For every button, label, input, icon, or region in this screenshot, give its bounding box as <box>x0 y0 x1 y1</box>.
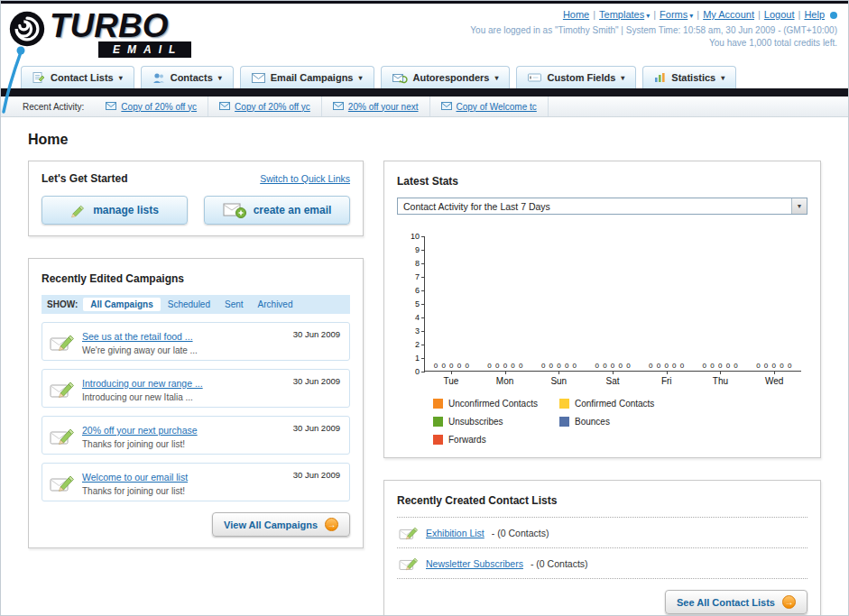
nav-tab-email-campaigns[interactable]: Email Campaigns▾ <box>240 66 374 88</box>
x-axis-label: Wed <box>747 372 801 386</box>
y-axis-tick <box>421 290 425 291</box>
recent-activity-item[interactable]: 20% off your next <box>322 97 430 116</box>
chevron-down-icon: ▾ <box>689 12 693 20</box>
top-link-my-account[interactable]: My Account <box>703 9 754 20</box>
contact-list-link[interactable]: Newsletter Subscribers <box>426 558 523 569</box>
view-all-campaigns-label: View All Campaigns <box>224 519 318 530</box>
legend-item: Confirmed Contacts <box>559 399 686 409</box>
nav-tab-label: Contact Lists <box>51 72 114 83</box>
show-label: SHOW: <box>47 299 78 309</box>
view-all-campaigns-button[interactable]: View All Campaigns → <box>212 512 350 537</box>
zero-labels-group: 0 0 0 0 0 <box>694 362 748 370</box>
recent-contact-lists-panel: Recently Created Contact Lists Exhibitio… <box>383 480 821 616</box>
page-title: Home <box>28 132 821 148</box>
contact-list-items: Exhibition List- (0 Contacts)Newsletter … <box>397 517 807 579</box>
main-content: Home Let's Get Started Switch to Quick L… <box>1 117 848 616</box>
campaign-title-link[interactable]: 20% off your next purchase <box>82 425 198 436</box>
zero-labels-group: 0 0 0 0 0 <box>532 362 586 370</box>
envelope-icon <box>219 102 230 112</box>
campaign-subtitle: Introducing our new Italia ... <box>82 392 342 402</box>
y-axis-tick <box>421 358 425 359</box>
y-axis-label: 4 <box>415 313 420 322</box>
top-link-logout[interactable]: Logout <box>764 9 795 20</box>
see-all-contact-lists-button[interactable]: See All Contact Lists → <box>665 590 807 614</box>
login-info: You are logged in as "Timothy Smith" | S… <box>470 25 837 35</box>
create-email-label: create an email <box>254 204 332 216</box>
y-axis-label: 1 <box>415 354 420 363</box>
x-axis-label: Thu <box>694 372 748 386</box>
top-link-templates[interactable]: Templates▾ <box>599 9 650 20</box>
envelope-pencil-icon <box>50 473 75 492</box>
filter-archived[interactable]: Archived <box>251 298 300 311</box>
y-axis-tick <box>421 317 425 318</box>
chart-legend: Unconfirmed ContactsConfirmed ContactsUn… <box>433 399 807 445</box>
nav-tab-label: Statistics <box>671 72 715 83</box>
campaign-row: 20% off your next purchaseThanks for joi… <box>42 416 350 455</box>
autoresponders-icon <box>392 72 408 84</box>
recent-campaigns-title: Recently Edited Campaigns <box>42 272 184 285</box>
chevron-down-icon: ▾ <box>721 74 724 82</box>
nav-tab-custom-fields[interactable]: Custom Fields▾ <box>516 66 636 88</box>
logo-subtext: EMAIL <box>98 41 191 58</box>
logo-text: TURBO <box>50 7 169 45</box>
contact-activity-chart: 012345678910 0 0 0 0 00 0 0 0 00 0 0 0 0… <box>406 236 807 445</box>
nav-tab-contacts[interactable]: Contacts▾ <box>141 66 234 88</box>
recent-campaigns-panel: Recently Edited Campaigns SHOW: All Camp… <box>28 258 364 548</box>
statistics-icon <box>654 72 666 83</box>
separator: | <box>758 9 761 20</box>
credits-info: You have 1,000 total credits left. <box>470 38 837 48</box>
top-link-home[interactable]: Home <box>563 9 589 20</box>
campaign-subtitle: Thanks for joining our list! <box>82 439 342 449</box>
y-axis-tick <box>421 250 425 251</box>
recent-activity-item[interactable]: Copy of Welcome tc <box>430 97 549 116</box>
right-column: Latest Stats Contact Activity for the La… <box>383 161 821 616</box>
campaign-title-link[interactable]: Welcome to our email list <box>82 472 188 483</box>
legend-label: Bounces <box>575 417 610 427</box>
recent-activity-bar: Recent Activity: Copy of 20% off ycCopy … <box>1 97 848 117</box>
switch-quick-links-link[interactable]: Switch to Quick Links <box>260 173 350 184</box>
y-axis-label: 10 <box>411 232 420 241</box>
nav-tab-label: Custom Fields <box>547 72 615 83</box>
y-axis-tick <box>421 331 425 332</box>
recent-activity-item-label: Copy of 20% off yc <box>121 102 197 112</box>
envelope-icon <box>106 102 116 112</box>
filter-sent[interactable]: Sent <box>217 298 251 311</box>
logo-tail-decoration <box>1 45 28 115</box>
legend-label: Confirmed Contacts <box>575 399 654 409</box>
recent-activity-item[interactable]: Copy of 20% off yc <box>208 97 322 116</box>
chevron-down-icon: ▾ <box>358 74 362 82</box>
y-axis-label: 8 <box>415 259 420 268</box>
create-email-button[interactable]: create an email <box>204 196 350 225</box>
top-link-forms[interactable]: Forms▾ <box>660 9 693 20</box>
manage-lists-label: manage lists <box>93 204 159 216</box>
latest-stats-panel: Latest Stats Contact Activity for the La… <box>383 161 821 458</box>
nav-tab-autoresponders[interactable]: Autoresponders▾ <box>381 66 511 88</box>
contact-list-link[interactable]: Exhibition List <box>426 528 484 538</box>
recent-activity-item-label: Copy of 20% off yc <box>235 102 310 112</box>
legend-label: Forwards <box>448 435 486 445</box>
campaign-title-link[interactable]: Introducing our new range ... <box>82 378 203 389</box>
campaign-date: 30 Jun 2009 <box>293 423 340 433</box>
campaign-filters: All CampaignsScheduledSentArchived <box>83 298 300 311</box>
y-axis-label: 5 <box>415 299 420 308</box>
envelope-icon <box>333 102 344 112</box>
nav-tab-label: Email Campaigns <box>271 72 354 83</box>
campaign-row: Welcome to our email listThanks for join… <box>42 463 350 501</box>
separator: | <box>798 9 801 20</box>
legend-swatch <box>433 417 443 427</box>
top-link-help[interactable]: Help <box>804 9 825 20</box>
zero-labels-group: 0 0 0 0 0 <box>586 362 641 370</box>
contact-list-item: Newsletter Subscribers- (0 Contacts) <box>397 548 807 579</box>
stats-period-select[interactable]: Contact Activity for the Last 7 Days ▼ <box>397 198 807 215</box>
y-axis-label: 7 <box>415 272 420 281</box>
recent-activity-item[interactable]: Copy of 20% off yc <box>95 97 208 116</box>
nav-tab-statistics[interactable]: Statistics▾ <box>642 66 736 88</box>
legend-swatch <box>559 399 569 409</box>
legend-swatch <box>433 435 443 445</box>
filter-scheduled[interactable]: Scheduled <box>161 298 217 311</box>
nav-tab-contact-lists[interactable]: Contact Lists▾ <box>21 66 134 88</box>
get-started-panel: Let's Get Started Switch to Quick Links … <box>28 161 364 236</box>
campaign-title-link[interactable]: See us at the retail food ... <box>82 331 193 342</box>
manage-lists-button[interactable]: manage lists <box>42 196 188 225</box>
filter-all-campaigns[interactable]: All Campaigns <box>83 298 160 311</box>
